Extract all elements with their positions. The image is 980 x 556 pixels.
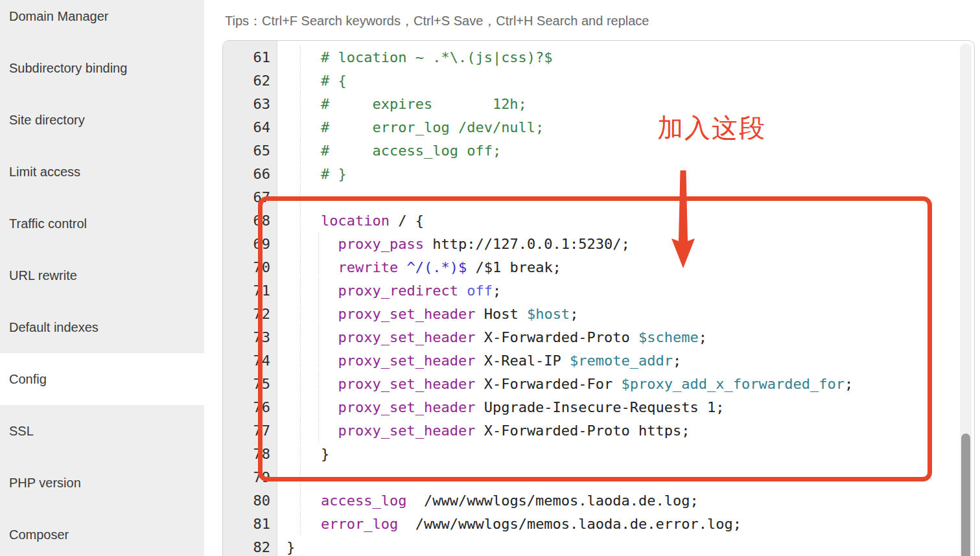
line-number: 62: [223, 69, 277, 93]
code-line-62[interactable]: # {: [278, 69, 974, 93]
indent-guide: [300, 46, 301, 69]
code-line-81[interactable]: error_log /www/wwwlogs/memos.laoda.de.er…: [278, 513, 974, 536]
indent-guide: [300, 163, 301, 186]
tips-bar: Tips：Ctrl+F Search keywords，Ctrl+S Save，…: [225, 12, 649, 30]
sidebar-item-php-version[interactable]: PHP version: [0, 457, 204, 509]
line-number: 61: [223, 46, 277, 69]
annotation-label: 加入这段: [657, 110, 766, 146]
sidebar-item-config[interactable]: Config: [0, 353, 204, 405]
sidebar-item-traffic-control[interactable]: Traffic control: [0, 198, 204, 249]
line-number: 63: [223, 93, 277, 116]
code-token: error_log: [321, 516, 398, 532]
code-token: # {: [286, 73, 347, 89]
line-number: 81: [223, 513, 277, 536]
sidebar-item-site-directory[interactable]: Site directory: [0, 94, 204, 146]
sidebar-item-default-indexes[interactable]: Default indexes: [0, 301, 204, 353]
line-number: 66: [223, 163, 277, 186]
code-token: [286, 492, 321, 509]
scrollbar-thumb[interactable]: [961, 434, 970, 556]
code-token: /www/wwwlogs/memos.laoda.de.log;: [406, 492, 698, 509]
site-config-panel: Domain ManagerSubdirectory bindingSite d…: [0, 0, 980, 556]
scrollbar-track[interactable]: [960, 43, 972, 556]
sidebar-item-url-rewrite[interactable]: URL rewrite: [0, 249, 204, 301]
sidebar-item-subdirectory-binding[interactable]: Subdirectory binding: [0, 42, 204, 94]
sidebar: Domain ManagerSubdirectory bindingSite d…: [0, 0, 204, 556]
indent-guide: [300, 489, 301, 513]
code-token: [286, 516, 321, 532]
code-line-63[interactable]: # expires 12h;: [278, 93, 974, 116]
code-line-80[interactable]: access_log /www/wwwlogs/memos.laoda.de.l…: [278, 489, 974, 513]
indent-guide: [300, 116, 301, 139]
code-line-61[interactable]: # location ~ .*\.(js|css)?$: [278, 46, 974, 69]
line-number: 82: [223, 536, 277, 556]
indent-guide: [300, 93, 301, 116]
code-token: # error_log /dev/null;: [286, 119, 544, 135]
line-number: 80: [223, 489, 277, 513]
code-token: # expires 12h;: [286, 96, 527, 112]
code-line-82[interactable]: }: [278, 536, 974, 556]
code-line-65[interactable]: # access_log off;: [278, 139, 974, 163]
code-token: }: [286, 539, 295, 555]
line-number: 64: [223, 116, 277, 139]
indent-guide: [300, 513, 301, 536]
line-number: 65: [223, 139, 277, 163]
sidebar-list: Domain ManagerSubdirectory bindingSite d…: [0, 0, 204, 556]
code-token: # location ~ .*\.(js|css)?$: [286, 49, 553, 65]
code-token: # access_log off;: [286, 143, 501, 159]
code-token: # }: [286, 166, 347, 182]
indent-guide: [300, 69, 301, 93]
code-line-64[interactable]: # error_log /dev/null;: [278, 116, 974, 139]
code-token: access_log: [321, 492, 406, 509]
code-token: /www/wwwlogs/memos.laoda.de.error.log;: [398, 516, 741, 532]
sidebar-item-composer[interactable]: Composer: [0, 509, 204, 556]
sidebar-item-limit-access[interactable]: Limit access: [0, 146, 204, 198]
sidebar-item-ssl[interactable]: SSL: [0, 405, 204, 457]
sidebar-item-domain-manager[interactable]: Domain Manager: [0, 0, 204, 42]
indent-guide: [300, 139, 301, 163]
annotation-box: [258, 196, 932, 481]
code-line-66[interactable]: # }: [278, 163, 974, 186]
